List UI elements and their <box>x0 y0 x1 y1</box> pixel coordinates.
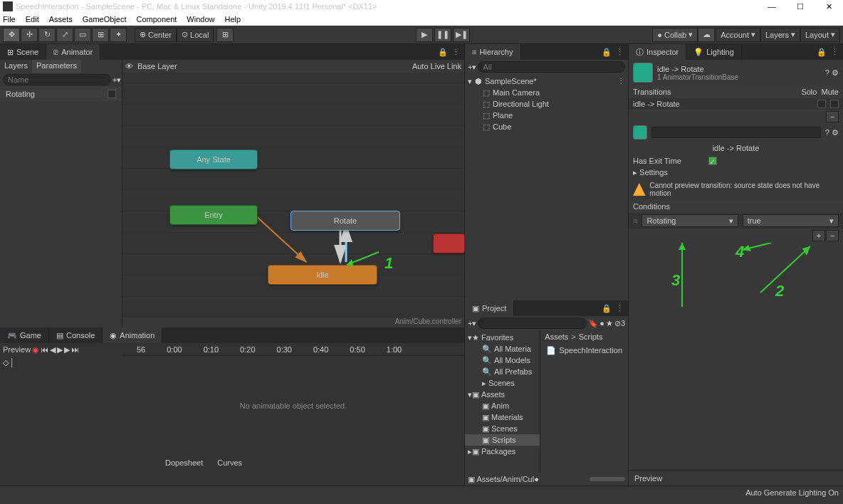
transition-name-field[interactable] <box>651 127 821 138</box>
play-anim-button[interactable]: ▶ <box>57 345 63 355</box>
menu-component[interactable]: Component <box>136 15 177 23</box>
play-button[interactable]: ▶ <box>416 28 433 42</box>
record-button[interactable]: ◉ <box>32 345 39 355</box>
timeline-ruler[interactable]: 56 0:000:100:200:300:400:501:00 <box>122 343 464 356</box>
hidden-count[interactable]: ⊘3 <box>614 319 625 328</box>
folder-item[interactable]: ▣Anim <box>465 400 540 411</box>
layers-tab[interactable]: Layers <box>0 60 32 73</box>
curves-tab[interactable]: Curves <box>217 458 242 467</box>
rect-tool[interactable]: ▭ <box>74 28 91 42</box>
favorite-item[interactable]: 🔍All Materia <box>465 343 540 355</box>
hierarchy-scene[interactable]: ▾ ⬢SampleScene*⋮ <box>465 75 628 87</box>
node-entry[interactable]: Entry <box>169 205 258 225</box>
pivot-toggle[interactable]: ⊕Center <box>135 28 177 42</box>
context-menu-icon[interactable]: ⋮ <box>831 48 839 57</box>
favorite-item[interactable]: ▸Scenes <box>465 377 540 389</box>
transition-item[interactable]: idle -> Rotate <box>633 100 813 108</box>
first-frame-button[interactable]: ⏮ <box>41 345 48 354</box>
animator-graph[interactable]: Any State Entry Rotate idle 1 <box>122 73 464 317</box>
lock-icon[interactable]: 🔒 <box>602 48 612 57</box>
prev-frame-button[interactable]: ◀ <box>50 345 56 355</box>
lock-icon[interactable]: 🔒 <box>602 304 612 313</box>
hierarchy-item[interactable]: ⬚Cube <box>465 121 628 132</box>
settings-foldout[interactable]: ▸ Settings <box>633 168 668 177</box>
node-exit[interactable] <box>433 233 465 253</box>
param-checkbox[interactable] <box>108 90 116 98</box>
transform-tool[interactable]: ⊞ <box>92 28 109 42</box>
dopesheet-tab[interactable]: Dopesheet <box>165 458 203 467</box>
help-icon[interactable]: ? ⚙ <box>825 128 839 137</box>
custom-tool[interactable]: ✦ <box>110 28 127 42</box>
menu-gameobject[interactable]: GameObject <box>83 15 127 23</box>
favorite-item[interactable]: 🔍All Models <box>465 355 540 366</box>
node-rotate[interactable]: Rotate <box>290 211 400 231</box>
move-tool[interactable]: ✢ <box>21 28 38 42</box>
tab-inspector[interactable]: ⓘ Inspector <box>629 44 686 60</box>
solo-checkbox[interactable] <box>817 100 826 108</box>
condition-param-dropdown[interactable]: Rotating▾ <box>642 214 738 227</box>
pause-button[interactable]: ❚❚ <box>434 28 451 42</box>
next-frame-button[interactable]: ▶ <box>64 345 70 355</box>
create-dropdown[interactable]: +▾ <box>468 319 476 328</box>
context-menu-icon[interactable]: ⋮ <box>616 304 624 313</box>
tab-scene[interactable]: ⊞ Scene <box>0 44 46 60</box>
menu-edit[interactable]: Edit <box>26 15 39 23</box>
mute-checkbox[interactable] <box>830 100 839 108</box>
rotate-tool[interactable]: ↻ <box>38 28 56 42</box>
menu-help[interactable]: Help <box>224 15 241 23</box>
close-button[interactable]: ✕ <box>815 0 843 13</box>
context-menu-icon[interactable]: ⋮ <box>616 48 624 57</box>
hierarchy-item[interactable]: ⬚Directional Light <box>465 98 628 110</box>
create-dropdown[interactable]: +▾ <box>468 63 476 72</box>
favorite-item[interactable]: 🔍All Prefabs <box>465 366 540 377</box>
lock-icon[interactable]: 🔒 <box>817 48 827 57</box>
assets-folder[interactable]: ▾▣Assets <box>465 389 540 400</box>
add-keyframe-button[interactable]: ◇ <box>3 358 9 367</box>
add-param-button[interactable]: +▾ <box>112 75 121 85</box>
space-toggle[interactable]: ⊙Local <box>177 28 214 42</box>
collab-dropdown[interactable]: ●Collab ▾ <box>652 28 698 42</box>
has-exit-checkbox[interactable]: ✓ <box>708 157 717 165</box>
tab-game[interactable]: 🎮 Game <box>0 327 49 343</box>
param-item[interactable]: Rotating <box>0 87 122 101</box>
preview-label[interactable]: Preview <box>3 345 31 354</box>
folder-item-selected[interactable]: ▣Scripts <box>465 434 540 446</box>
step-button[interactable]: ▶❚ <box>453 28 470 42</box>
eye-icon[interactable]: 👁 <box>125 62 133 70</box>
auto-live-link[interactable]: Auto Live Link <box>412 62 461 70</box>
hierarchy-item[interactable]: ⬚Plane <box>465 110 628 121</box>
breadcrumb[interactable]: Assets > Scripts <box>540 330 628 343</box>
base-layer-label[interactable]: Base Layer <box>137 62 177 70</box>
context-menu-icon[interactable]: ⋮ <box>452 48 460 57</box>
lock-icon[interactable]: 🔒 <box>438 48 448 57</box>
maximize-button[interactable]: ☐ <box>786 0 815 13</box>
layout-dropdown[interactable]: Layout ▾ <box>800 28 840 42</box>
tab-project[interactable]: ▣ Project <box>465 300 514 316</box>
remove-condition-button[interactable]: − <box>826 230 839 241</box>
filter-type-icon[interactable]: 🔖 <box>588 319 598 328</box>
scale-tool[interactable]: ⤢ <box>56 28 73 42</box>
param-search[interactable] <box>3 74 111 85</box>
parameters-tab[interactable]: Parameters <box>32 60 81 73</box>
scene-menu-icon[interactable]: ⋮ <box>617 77 625 86</box>
favorites-folder[interactable]: ▾★Favorites <box>465 332 540 343</box>
remove-transition-button[interactable]: − <box>826 111 839 122</box>
minimize-button[interactable]: — <box>758 0 786 13</box>
hierarchy-search[interactable] <box>478 61 625 73</box>
folder-item[interactable]: ▣Materials <box>465 411 540 423</box>
hierarchy-item[interactable]: ⬚Main Camera <box>465 87 628 98</box>
add-event-button[interactable]: │ <box>10 358 15 367</box>
add-condition-button[interactable]: + <box>812 230 825 241</box>
node-anystate[interactable]: Any State <box>169 149 258 169</box>
snap-toggle[interactable]: ⊞ <box>216 28 234 42</box>
menu-assets[interactable]: Assets <box>49 15 73 23</box>
menu-file[interactable]: File <box>3 15 16 23</box>
tab-lighting[interactable]: 💡 Lighting <box>686 44 742 60</box>
filter-label-icon[interactable]: ● <box>599 319 604 327</box>
last-frame-button[interactable]: ⏭ <box>71 345 79 354</box>
asset-file[interactable]: 📄SpeechInteraction <box>543 345 625 356</box>
preview-panel-header[interactable]: Preview <box>629 470 843 485</box>
project-search[interactable] <box>478 317 587 329</box>
tab-hierarchy[interactable]: ≡ Hierarchy <box>465 44 521 60</box>
account-dropdown[interactable]: Account ▾ <box>716 28 760 42</box>
